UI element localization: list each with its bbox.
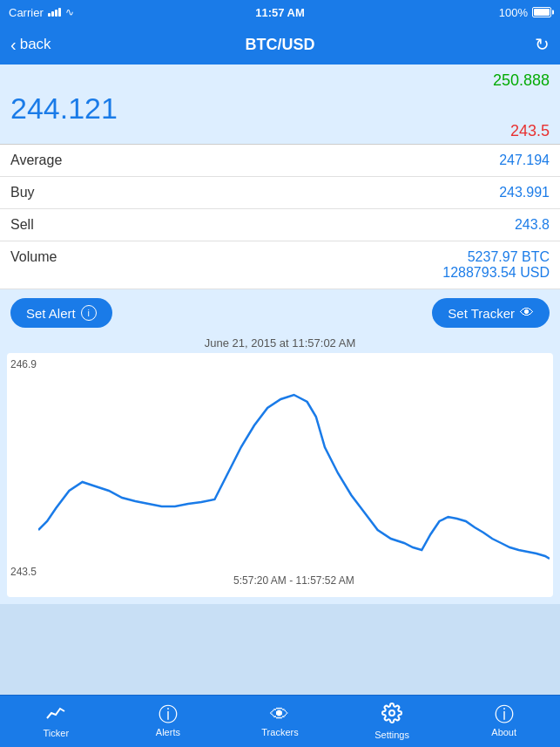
top-right-price: 250.888: [10, 71, 550, 90]
buttons-row: Set Alert i Set Tracker 👁: [0, 289, 560, 336]
content: 250.888 244.121 243.5 Average 247.194 Bu…: [0, 65, 560, 604]
trackers-icon: 👁: [270, 705, 289, 724]
status-right: 100%: [499, 6, 551, 19]
info-icon: i: [81, 305, 97, 321]
chart-wrapper: 246.9 243.5 5:57:20 AM - 11:57:52 AM: [7, 353, 553, 597]
chart-timestamp: June 21, 2015 at 11:57:02 AM: [7, 336, 553, 350]
main-price: 244.121: [10, 92, 550, 126]
sell-value: 243.8: [515, 217, 550, 233]
settings-label: Settings: [374, 730, 409, 740]
tab-alerts[interactable]: ⓘ Alerts: [112, 705, 225, 737]
average-label: Average: [10, 153, 62, 168]
chart-y-top: 246.9: [10, 358, 37, 370]
set-tracker-button[interactable]: Set Tracker 👁: [432, 298, 550, 328]
back-label: back: [20, 36, 51, 53]
settings-icon: [381, 703, 402, 727]
price-header: 250.888 244.121 243.5: [0, 65, 560, 144]
tab-trackers[interactable]: 👁 Trackers: [224, 705, 336, 737]
tab-about[interactable]: ⓘ About: [448, 705, 560, 737]
buy-row: Buy 243.991: [0, 177, 560, 209]
volume-usd: 1288793.54 USD: [442, 265, 550, 280]
sell-label: Sell: [10, 217, 34, 233]
status-left: Carrier ∿: [9, 6, 74, 19]
nav-bar: ‹ back BTC/USD ↻: [0, 24, 560, 65]
svg-point-0: [389, 710, 395, 716]
about-label: About: [491, 727, 516, 737]
average-row: Average 247.194: [0, 145, 560, 177]
volume-row: Volume 5237.97 BTC 1288793.54 USD: [0, 241, 560, 289]
volume-label: Volume: [10, 249, 57, 265]
average-value: 247.194: [499, 153, 550, 168]
about-icon: ⓘ: [495, 705, 514, 724]
ticker-label: Ticker: [44, 728, 70, 738]
refresh-button[interactable]: ↻: [535, 34, 550, 55]
status-bar: Carrier ∿ 11:57 AM 100%: [0, 0, 560, 24]
alerts-label: Alerts: [156, 727, 180, 737]
battery-percent: 100%: [499, 6, 528, 19]
set-alert-button[interactable]: Set Alert i: [10, 298, 112, 328]
buy-value: 243.991: [499, 185, 550, 200]
volume-btc: 5237.97 BTC: [468, 249, 550, 265]
ticker-icon: [45, 704, 66, 725]
trackers-label: Trackers: [261, 727, 298, 737]
alert-label: Set Alert: [26, 306, 76, 321]
chart-container: June 21, 2015 at 11:57:02 AM 246.9 243.5…: [0, 336, 560, 604]
chart-time-range: 5:57:20 AM - 11:57:52 AM: [38, 574, 550, 587]
status-time: 11:57 AM: [255, 6, 305, 19]
eye-icon: 👁: [520, 305, 534, 321]
nav-title: BTC/USD: [246, 36, 315, 54]
battery-icon: [532, 7, 551, 17]
alerts-icon: ⓘ: [159, 705, 178, 724]
buy-label: Buy: [10, 185, 35, 200]
chevron-left-icon: ‹: [10, 35, 17, 55]
tab-ticker[interactable]: Ticker: [0, 704, 112, 738]
tracker-label: Set Tracker: [448, 306, 515, 321]
chart-svg: [38, 360, 550, 569]
data-table: Average 247.194 Buy 243.991 Sell 243.8 V…: [0, 144, 560, 289]
tab-settings[interactable]: Settings: [336, 703, 449, 740]
chart-y-bottom: 243.5: [10, 566, 37, 578]
wifi-icon: ∿: [65, 6, 74, 18]
back-button[interactable]: ‹ back: [10, 35, 51, 55]
tab-bar: Ticker ⓘ Alerts 👁 Trackers Settings ⓘ Ab…: [0, 695, 560, 747]
carrier-label: Carrier: [9, 6, 44, 19]
sell-row: Sell 243.8: [0, 209, 560, 241]
signal-bars: [48, 8, 61, 17]
